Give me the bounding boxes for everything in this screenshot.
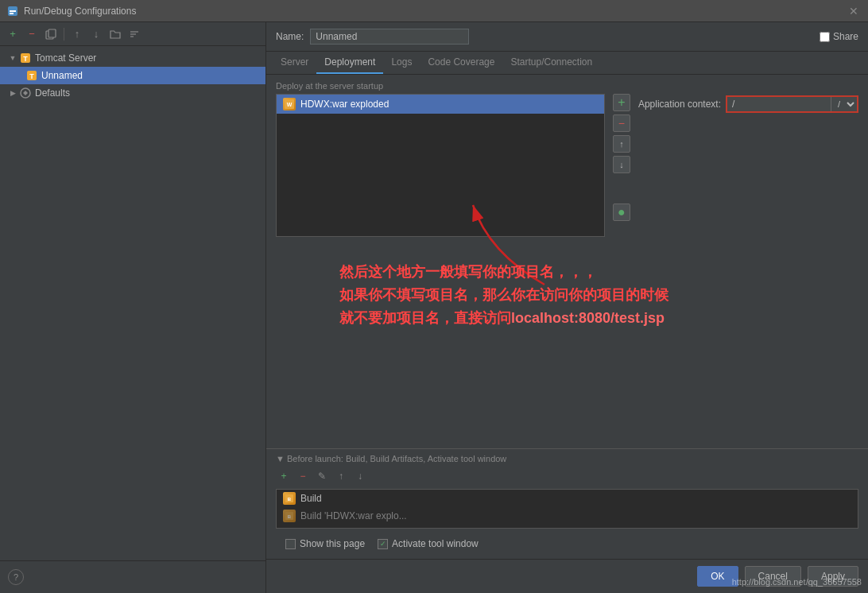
tree-arrow-tomcat: ▼ bbox=[6, 52, 19, 64]
share-checkbox-row: Share bbox=[820, 31, 858, 42]
deploy-list-item-hdwx[interactable]: W HDWX:war exploded bbox=[277, 95, 604, 114]
activate-tool-checkbox[interactable]: ✓ bbox=[378, 539, 388, 549]
unnamed-config-icon: T bbox=[25, 69, 38, 82]
show-page-label: Show this page bbox=[300, 538, 365, 549]
tree-arrow-defaults: ▶ bbox=[6, 87, 19, 99]
sidebar-bottom: ? bbox=[0, 560, 265, 593]
main-layout: + − ↑ ↓ bbox=[0, 22, 868, 593]
svg-rect-4 bbox=[48, 29, 56, 37]
svg-text:B: B bbox=[288, 497, 292, 502]
bl-down-button[interactable]: ↓ bbox=[352, 468, 368, 484]
bl-up-button[interactable]: ↑ bbox=[333, 468, 349, 484]
bl-remove-button[interactable]: − bbox=[295, 468, 311, 484]
before-launch-toolbar: + − ✎ ↑ ↓ bbox=[276, 468, 858, 484]
tab-code-coverage[interactable]: Code Coverage bbox=[420, 52, 502, 74]
tab-logs[interactable]: Logs bbox=[383, 52, 420, 74]
sidebar-item-tomcat-server[interactable]: ▼ T Tomcat Server bbox=[0, 49, 265, 67]
remove-config-button[interactable]: − bbox=[24, 26, 40, 42]
sep-1 bbox=[64, 28, 64, 41]
cancel-button[interactable]: Cancel bbox=[745, 566, 801, 587]
remove-artifact-button[interactable]: − bbox=[613, 114, 630, 132]
deploy-header: Deploy at the server startup bbox=[266, 75, 868, 94]
svg-rect-2 bbox=[10, 13, 14, 14]
show-page-checkbox[interactable] bbox=[285, 539, 296, 549]
unnamed-label: Unnamed bbox=[41, 70, 83, 81]
war-exploded-icon: W bbox=[283, 98, 296, 110]
deploy-area: W HDWX:war exploded + − ↑ ↓ ● bbox=[266, 94, 868, 237]
deploy-artifact-list: W HDWX:war exploded bbox=[276, 94, 605, 237]
tomcat-server-label: Tomcat Server bbox=[35, 52, 96, 64]
svg-text:W: W bbox=[287, 102, 293, 107]
folder-button[interactable] bbox=[107, 26, 123, 42]
name-field-label: Name: bbox=[276, 31, 304, 42]
tomcat-group-icon: T bbox=[19, 52, 32, 64]
artifact-dot-button[interactable]: ● bbox=[613, 203, 630, 221]
app-icon bbox=[6, 5, 19, 17]
svg-text:T: T bbox=[23, 55, 28, 63]
bl-add-button[interactable]: + bbox=[276, 468, 292, 484]
svg-text:B: B bbox=[288, 514, 292, 519]
copy-config-button[interactable] bbox=[43, 26, 59, 42]
sidebar-item-unnamed[interactable]: T Unnamed bbox=[0, 67, 265, 84]
title-bar: Run/Debug Configurations ✕ bbox=[0, 0, 868, 22]
tab-server[interactable]: Server bbox=[273, 52, 316, 74]
defaults-icon bbox=[19, 87, 32, 99]
app-context-panel: Application context: / bbox=[638, 94, 858, 113]
window-title: Run/Debug Configurations bbox=[24, 6, 846, 17]
deployment-tab-content: Deploy at the server startup W HDWX:war … bbox=[266, 75, 868, 593]
show-page-option[interactable]: Show this page bbox=[285, 538, 365, 549]
help-button[interactable]: ? bbox=[8, 569, 24, 585]
app-context-label: Application context: bbox=[638, 99, 721, 110]
build-icon: B bbox=[283, 492, 296, 505]
ok-button[interactable]: OK bbox=[697, 566, 738, 587]
annotation-line3-text: 就不要加项目名，直接访问 bbox=[339, 310, 511, 326]
app-context-wrapper: / bbox=[726, 95, 858, 113]
annotation-line3: 就不要加项目名，直接访问localhost:8080/test.jsp bbox=[339, 307, 858, 330]
bl-edit-button[interactable]: ✎ bbox=[314, 468, 330, 484]
svg-rect-1 bbox=[10, 10, 16, 12]
defaults-label: Defaults bbox=[35, 87, 70, 99]
sidebar-toolbar: + − ↑ ↓ bbox=[0, 22, 265, 46]
annotation-line2: 如果你不填写项目名，那么你在访问你的项目的时候 bbox=[339, 284, 858, 307]
move-artifact-down-button[interactable]: ↓ bbox=[613, 156, 630, 173]
move-artifact-up-button[interactable]: ↑ bbox=[613, 135, 630, 153]
sidebar: + − ↑ ↓ bbox=[0, 22, 266, 593]
app-context-dropdown[interactable]: / bbox=[831, 97, 857, 111]
add-artifact-button[interactable]: + bbox=[613, 94, 630, 111]
bottom-options: Show this page ✓ Activate tool window bbox=[276, 533, 858, 554]
activate-tool-option[interactable]: ✓ Activate tool window bbox=[378, 538, 479, 549]
apply-button[interactable]: Apply bbox=[808, 566, 858, 587]
close-button[interactable]: ✕ bbox=[846, 3, 862, 19]
activate-tool-label: Activate tool window bbox=[392, 538, 479, 549]
tab-deployment[interactable]: Deployment bbox=[316, 52, 383, 74]
bl-build-label: Build bbox=[300, 493, 322, 504]
before-launch-label: ▼ Before launch: Build, Build Artifacts,… bbox=[276, 454, 506, 463]
app-context-input[interactable] bbox=[727, 97, 831, 111]
annotation-text: 然后这个地方一般填写你的项目名，，， 如果你不填写项目名，那么你在访问你的项目的… bbox=[339, 261, 858, 329]
footer-bar: OK Cancel Apply bbox=[266, 559, 868, 593]
move-down-button[interactable]: ↓ bbox=[88, 26, 104, 42]
sort-button[interactable] bbox=[126, 26, 142, 42]
config-tree: ▼ T Tomcat Server T Unnamed bbox=[0, 46, 265, 560]
share-label: Share bbox=[833, 31, 858, 42]
bl-item-build-artifact[interactable]: B Build 'HDWX:war explo... bbox=[277, 507, 858, 525]
name-input[interactable] bbox=[310, 29, 469, 45]
share-checkbox[interactable] bbox=[820, 32, 830, 42]
annotation-line3-highlight: localhost:8080/test.jsp bbox=[511, 310, 665, 326]
tab-startup-connection[interactable]: Startup/Connection bbox=[502, 52, 600, 74]
hdwx-item-label: HDWX:war exploded bbox=[300, 99, 389, 110]
before-launch-list: B Build B Build 'HDWX:war bbox=[276, 489, 858, 529]
add-config-button[interactable]: + bbox=[5, 26, 21, 42]
build-artifact-icon: B bbox=[283, 510, 296, 522]
annotation-area: 然后这个地方一般填写你的项目名，，， 如果你不填写项目名，那么你在访问你的项目的… bbox=[266, 237, 868, 448]
annotation-line1: 然后这个地方一般填写你的项目名，，， bbox=[339, 261, 858, 284]
right-panel: Name: Share Server Deployment Logs Code … bbox=[266, 22, 868, 593]
move-up-button[interactable]: ↑ bbox=[69, 26, 85, 42]
bl-item-build[interactable]: B Build bbox=[277, 490, 858, 507]
svg-text:T: T bbox=[29, 72, 34, 80]
deploy-side-buttons: + − ↑ ↓ ● bbox=[613, 94, 630, 221]
tabs-bar: Server Deployment Logs Code Coverage Sta… bbox=[266, 52, 868, 75]
sidebar-item-defaults[interactable]: ▶ Defaults bbox=[0, 84, 265, 102]
before-launch-header: ▼ Before launch: Build, Build Artifacts,… bbox=[276, 454, 858, 463]
name-row: Name: Share bbox=[266, 22, 868, 52]
